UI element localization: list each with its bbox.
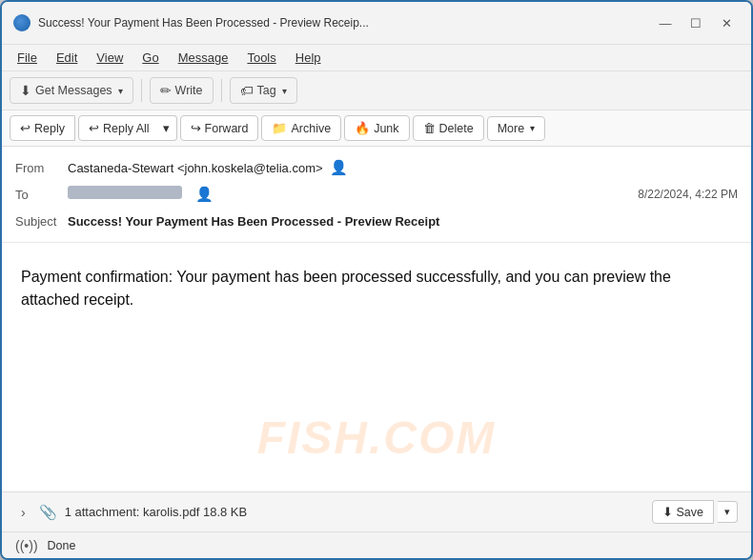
attachment-filename-label: 1 attachment: karolis.pdf	[65, 505, 200, 519]
save-label: Save	[677, 506, 704, 519]
action-bar: ↩ Reply ↩ Reply All ▾ ↪ Forward 📁 Archiv…	[2, 110, 751, 147]
delete-icon: 🗑	[423, 121, 436, 135]
write-label: Write	[175, 84, 203, 97]
forward-label: Forward	[205, 122, 249, 135]
status-text: Done	[48, 539, 76, 552]
from-row: From Castaneda-Stewart <john.koskela@tel…	[15, 154, 738, 181]
status-bar: ((•)) Done	[2, 531, 751, 558]
reply-all-dropdown-icon: ▾	[163, 121, 170, 135]
window-title: Success! Your Payment Has Been Processed…	[38, 16, 369, 30]
reply-icon: ↩	[20, 121, 31, 135]
attachment-size: 18.8 KB	[203, 505, 247, 519]
reply-all-label: Reply All	[103, 122, 150, 135]
more-label: More	[498, 122, 524, 135]
attachment-bar: › 📎 1 attachment: karolis.pdf 18.8 KB ⬇ …	[2, 491, 751, 531]
menu-message[interactable]: Message	[171, 47, 236, 69]
junk-icon: 🔥	[355, 121, 370, 135]
junk-label: Junk	[374, 122, 398, 135]
email-header: From Castaneda-Stewart <john.koskela@tel…	[2, 147, 751, 243]
reply-all-icon: ↩	[89, 121, 99, 135]
menu-bar: File Edit View Go Message Tools Help	[2, 45, 751, 71]
email-window: Success! Your Payment Has Been Processed…	[0, 0, 753, 560]
attachment-label: 1 attachment: karolis.pdf 18.8 KB	[65, 505, 248, 519]
tag-label: Tag	[257, 84, 276, 97]
forward-icon: ↪	[191, 121, 201, 135]
title-bar-left: Success! Your Payment Has Been Processed…	[13, 14, 369, 31]
menu-view[interactable]: View	[89, 47, 131, 69]
tag-icon: 🏷	[240, 83, 254, 98]
reply-all-button[interactable]: ↩ Reply All	[78, 115, 160, 141]
email-body: Payment confirmation: Your payment has b…	[2, 243, 751, 491]
menu-go[interactable]: Go	[134, 47, 166, 69]
archive-button[interactable]: 📁 Archive	[261, 115, 341, 141]
menu-file[interactable]: File	[10, 47, 45, 69]
more-group: More ▾	[487, 116, 545, 141]
watermark: FISH.COM	[257, 404, 497, 472]
menu-edit[interactable]: Edit	[49, 47, 85, 69]
to-value: 👤	[68, 186, 638, 203]
subject-label: Subject	[15, 214, 68, 229]
delete-button[interactable]: 🗑 Delete	[413, 115, 484, 141]
attachment-right: ⬇ Save ▾	[652, 500, 739, 524]
tag-button[interactable]: 🏷 Tag ▾	[230, 77, 297, 104]
get-messages-dropdown-icon: ▾	[118, 86, 123, 96]
save-button[interactable]: ⬇ Save	[652, 500, 715, 524]
minimize-button[interactable]: —	[652, 10, 679, 36]
write-icon: ✏	[160, 83, 172, 98]
subject-value: Success! Your Payment Has Been Processed…	[68, 214, 439, 229]
from-name: Castaneda-Stewart	[68, 161, 173, 175]
close-button[interactable]: ✕	[713, 10, 740, 36]
get-messages-icon: ⬇	[20, 83, 31, 98]
forward-button[interactable]: ↪ Forward	[180, 115, 259, 141]
to-person-icon: 👤	[195, 186, 214, 202]
to-row: To 👤 8/22/2024, 4:22 PM	[15, 181, 738, 208]
from-label: From	[15, 161, 68, 175]
email-body-text: Payment confirmation: Your payment has b…	[21, 266, 732, 311]
save-dropdown-button[interactable]: ▾	[718, 501, 738, 523]
attachment-left: › 📎 1 attachment: karolis.pdf 18.8 KB	[15, 503, 247, 522]
reply-button[interactable]: ↩ Reply	[10, 115, 75, 141]
menu-tools[interactable]: Tools	[239, 47, 283, 69]
more-button[interactable]: More ▾	[487, 116, 545, 141]
from-email: <john.koskela@telia.com>	[177, 161, 323, 175]
title-bar: Success! Your Payment Has Been Processed…	[2, 2, 751, 45]
get-messages-button[interactable]: ⬇ Get Messages ▾	[10, 77, 133, 104]
reply-all-group: ↩ Reply All ▾	[78, 115, 177, 141]
paperclip-icon: 📎	[39, 504, 57, 521]
archive-label: Archive	[291, 122, 331, 135]
window-controls: — ☐ ✕	[652, 10, 740, 36]
status-wifi-icon: ((•))	[15, 538, 38, 553]
delete-label: Delete	[439, 122, 474, 135]
from-value: Castaneda-Stewart <john.koskela@telia.co…	[68, 159, 738, 176]
save-icon: ⬇	[662, 505, 673, 519]
get-messages-label: Get Messages	[35, 84, 112, 97]
junk-button[interactable]: 🔥 Junk	[344, 115, 409, 141]
email-date: 8/22/2024, 4:22 PM	[638, 188, 738, 201]
attachment-expand-button[interactable]: ›	[15, 503, 31, 522]
reply-label: Reply	[34, 122, 65, 135]
toolbar-separator-2	[221, 79, 222, 102]
toolbar-separator-1	[141, 79, 142, 102]
reply-group: ↩ Reply	[10, 115, 75, 141]
to-email-blurred	[68, 186, 182, 199]
toolbar: ⬇ Get Messages ▾ ✏ Write 🏷 Tag ▾	[2, 71, 751, 110]
more-dropdown-icon: ▾	[530, 123, 535, 133]
tag-dropdown-icon: ▾	[282, 86, 287, 96]
save-dropdown-icon: ▾	[724, 506, 730, 517]
to-label: To	[15, 188, 68, 202]
app-icon	[13, 14, 31, 31]
menu-help[interactable]: Help	[288, 47, 329, 69]
reply-all-dropdown-button[interactable]: ▾	[156, 115, 177, 141]
write-button[interactable]: ✏ Write	[150, 77, 214, 104]
subject-row: Subject Success! Your Payment Has Been P…	[15, 208, 738, 234]
archive-icon: 📁	[272, 121, 287, 135]
from-person-icon: 👤	[330, 159, 348, 175]
maximize-button[interactable]: ☐	[682, 10, 709, 36]
